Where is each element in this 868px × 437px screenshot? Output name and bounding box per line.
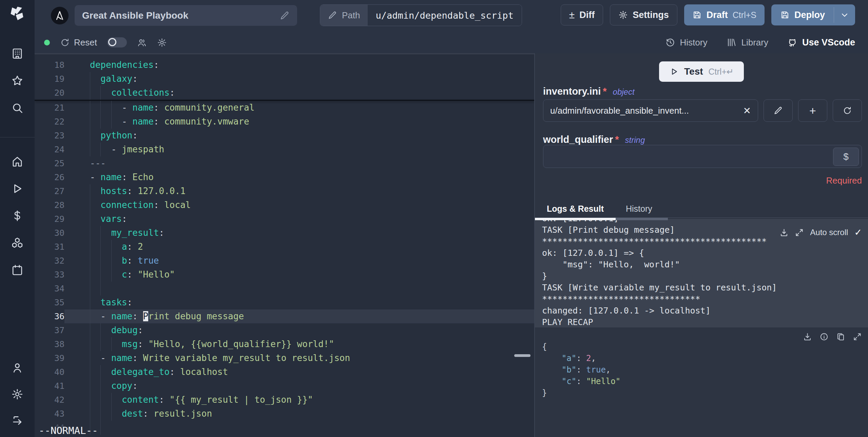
info-icon[interactable] (819, 332, 829, 341)
account-person-icon[interactable] (11, 362, 23, 374)
code-line-31[interactable]: 31 a: 2 (35, 240, 534, 254)
script-title-input[interactable]: Great Ansible Playbook (75, 5, 297, 26)
code-line-18[interactable]: 18dependencies: (35, 58, 534, 72)
result-line: { (542, 341, 620, 353)
code-line-38[interactable]: 38 msg: "Hello, {{world_qualifier}} worl… (35, 337, 534, 351)
log-line: } (542, 270, 868, 282)
code-line-20[interactable]: 20 collections: (35, 86, 534, 100)
search-icon[interactable] (11, 102, 23, 114)
code-line-35[interactable]: 35 tasks: (35, 296, 534, 309)
code-editor[interactable]: 18dependencies:19 galaxy:20 collections:… (35, 53, 534, 437)
add-resource-button[interactable]: + (798, 99, 827, 122)
settings-gear-icon[interactable] (11, 388, 23, 400)
log-line: ok: [127.0.0.1] => { (542, 247, 868, 259)
world-qualifier-textarea[interactable]: $ (543, 145, 862, 168)
clear-x-icon[interactable]: ✕ (738, 105, 751, 116)
code-line-33[interactable]: 33 c: "Hello" (35, 268, 534, 282)
diff-button[interactable]: ± Diff (561, 4, 603, 25)
plus-minus-icon: ± (569, 9, 575, 21)
code-line-27[interactable]: 27 hosts: 127.0.0.1 (35, 184, 534, 198)
code-line-39[interactable]: 39 - name: Write variable my_result to r… (35, 351, 534, 365)
code-line-36[interactable]: 36 - name: Print debug message (35, 309, 534, 323)
library-button[interactable]: Library (726, 37, 768, 48)
variables-dollar-icon[interactable] (11, 210, 23, 222)
code-line-43[interactable]: 43 dest: result.json (35, 407, 534, 421)
runs-play-icon[interactable] (11, 183, 23, 195)
draft-button[interactable]: Draft Ctrl+S (684, 4, 765, 25)
expand-result-icon[interactable] (853, 332, 862, 341)
use-vscode-button[interactable]: Use VScode (787, 37, 855, 48)
refresh-icon (60, 38, 70, 48)
code-line-24[interactable]: 24 - jmespath (35, 142, 534, 156)
code-line-30[interactable]: 30 my_result: (35, 226, 534, 240)
deploy-button[interactable]: Deploy (771, 4, 834, 25)
edit-pencil-icon (328, 11, 337, 20)
inventory-input[interactable]: u/admin/favorable_ansible_invent... ✕ (543, 99, 758, 122)
code-line-29[interactable]: 29 vars: (35, 212, 534, 226)
download-result-icon[interactable] (803, 332, 812, 341)
save-icon (692, 10, 702, 20)
windmill-logo-icon[interactable] (8, 5, 26, 23)
ansible-language-badge (51, 7, 69, 24)
panel-splitter[interactable] (534, 53, 535, 437)
code-line-42[interactable]: 42 content: "{{ my_result | to_json }}" (35, 393, 534, 407)
resources-cubes-icon[interactable] (11, 237, 23, 249)
path-field[interactable]: Path u/admin/dependable_script (320, 4, 522, 26)
reset-button[interactable]: Reset (60, 37, 97, 48)
editor-settings-button[interactable] (157, 38, 167, 48)
download-log-icon[interactable] (779, 228, 789, 237)
code-line-21[interactable]: 21 - name: community.general (35, 101, 534, 115)
log-output[interactable]: ok: [127.0.0.1]TASK [Print debug message… (535, 219, 868, 327)
code-line-32[interactable]: 32 b: true (35, 254, 534, 268)
code-line-41[interactable]: 41 copy: (35, 379, 534, 393)
code-line-22[interactable]: 22 - name: community.vmware (35, 115, 534, 129)
autoscroll-check-icon[interactable]: ✓ (854, 227, 862, 238)
history-button[interactable]: History (665, 37, 708, 48)
copy-clipboard-icon[interactable] (836, 332, 845, 341)
active-tab-underline (535, 218, 616, 220)
history-clock-icon (665, 37, 675, 48)
expand-log-icon[interactable] (795, 228, 804, 237)
tab-history[interactable]: History (626, 204, 652, 214)
autoscroll-label: Auto scroll (810, 228, 848, 237)
code-line-40[interactable]: 40 delegate_to: localhost (35, 365, 534, 379)
collaborators-button[interactable] (137, 38, 147, 48)
sidebar-divider (0, 137, 35, 137)
refresh-resource-button[interactable] (833, 99, 862, 122)
workspace-building-icon[interactable] (11, 48, 23, 60)
run-panel: Test Ctrl+↵ inventory.ini* object u/admi… (535, 53, 868, 437)
diff-toggle[interactable] (107, 37, 127, 48)
deploy-dropdown-button[interactable] (834, 4, 855, 25)
schedules-calendar-icon[interactable] (11, 264, 23, 276)
code-line-25[interactable]: 25--- (35, 156, 534, 170)
code-line-28[interactable]: 28 connection: local (35, 198, 534, 212)
inventory-value: u/admin/favorable_ansible_invent... (550, 106, 738, 116)
result-line: "c": "Hello" (542, 376, 620, 387)
deploy-button-group: Deploy (771, 4, 855, 25)
code-line-34[interactable]: 34 (35, 282, 534, 296)
play-icon (669, 67, 679, 76)
save-icon (780, 10, 790, 20)
ansible-logo-icon (54, 10, 65, 21)
code-line-44[interactable]: 44 (35, 421, 534, 435)
tab-logs-result[interactable]: Logs & Result (547, 204, 604, 214)
result-line: } (542, 387, 620, 399)
sidebar (0, 0, 35, 437)
favorites-star-icon[interactable] (11, 75, 23, 87)
code-line-19[interactable]: 19 galaxy: (35, 72, 534, 86)
log-line: TASK [Write variable my_result to result… (542, 282, 868, 293)
splitter-handle[interactable] (514, 354, 531, 357)
header-bar: Great Ansible Playbook Path u/admin/depe… (35, 0, 868, 32)
edit-pencil-icon[interactable] (279, 11, 290, 21)
log-line: "msg": "Hello, world!" (542, 259, 868, 270)
code-line-26[interactable]: 26- name: Echo (35, 170, 534, 184)
vscode-cat-icon (787, 37, 797, 48)
home-icon[interactable] (11, 155, 23, 168)
code-line-37[interactable]: 37 debug: (35, 323, 534, 337)
logout-arrow-icon[interactable] (11, 415, 23, 427)
settings-button[interactable]: Settings (610, 4, 677, 25)
edit-resource-button[interactable] (764, 99, 793, 122)
test-button[interactable]: Test Ctrl+↵ (659, 61, 744, 82)
code-line-23[interactable]: 23 python: (35, 129, 534, 142)
variable-picker-button[interactable]: $ (833, 148, 859, 166)
